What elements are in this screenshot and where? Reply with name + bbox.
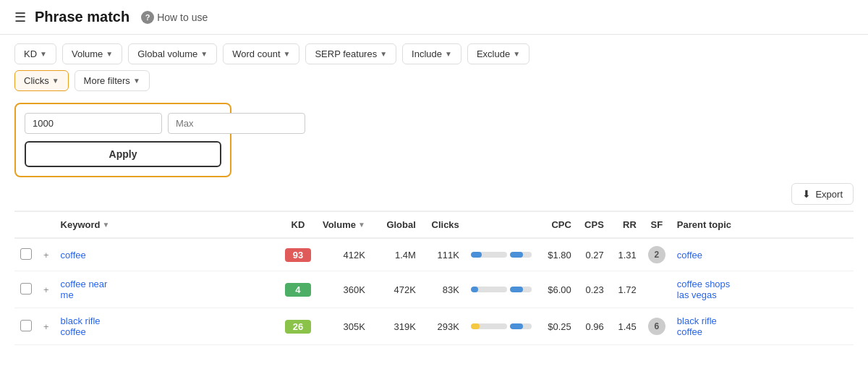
rr-col-header: RR — [610, 212, 642, 238]
parent-topic-link[interactable]: coffee — [677, 326, 848, 337]
row-checkbox[interactable] — [20, 248, 32, 260]
parent-topic-link[interactable]: las vegas — [677, 289, 848, 300]
table-row: + coffee 93 412K 1.4M 111K $1.80 0.27 1.… — [14, 238, 854, 271]
parent-topic-link[interactable]: coffee shops — [677, 279, 848, 289]
keyword-col-header[interactable]: Keyword ▼ — [55, 212, 279, 238]
clicks-popup: Apply — [14, 103, 231, 177]
cpc-cell: $1.80 — [537, 238, 577, 271]
sf-cell: 2 — [642, 238, 671, 271]
clicks-cell: 293K — [422, 308, 465, 345]
trend-bar — [471, 252, 532, 258]
chevron-down-icon: ▼ — [52, 77, 59, 85]
sf-badge: 2 — [648, 246, 665, 263]
chevron-down-icon: ▼ — [106, 50, 113, 58]
clicks-col-header: Clicks — [422, 212, 465, 238]
keyword-link[interactable]: black rifle — [61, 315, 273, 326]
keyword-link[interactable]: coffee near — [61, 279, 273, 289]
volume-col-header[interactable]: Volume ▼ — [317, 212, 371, 238]
keyword-cell: coffee nearme — [55, 271, 279, 308]
sort-icon: ▼ — [358, 221, 365, 229]
cpc-col-header: CPC — [537, 212, 577, 238]
more-filters-btn[interactable]: More filters ▼ — [75, 70, 150, 91]
keyword-link[interactable]: coffee — [61, 326, 273, 337]
rr-cell: 1.45 — [610, 308, 642, 345]
row-add-cell[interactable]: + — [38, 238, 55, 271]
sf-cell: 6 — [642, 308, 671, 345]
trend-bar — [471, 287, 532, 292]
volume-cell: 360K — [317, 271, 371, 308]
volume-cell: 305K — [317, 308, 371, 345]
page-wrapper: ☰ Phrase match ? How to use KD ▼ Volume … — [0, 0, 868, 377]
clicks-filter-btn[interactable]: Clicks ▼ — [14, 70, 69, 91]
keyword-link[interactable]: me — [61, 289, 273, 300]
table-header: Keyword ▼ KD Volume ▼ Global Clicks — [14, 212, 854, 238]
kd-cell: 26 — [279, 308, 317, 345]
row-checkbox[interactable] — [20, 320, 32, 331]
cps-cell: 0.27 — [577, 238, 610, 271]
sf-badge: 6 — [648, 318, 665, 335]
kd-badge: 4 — [285, 283, 311, 297]
global-volume-filter-btn[interactable]: Global volume ▼ — [128, 43, 217, 64]
chevron-down-icon: ▼ — [200, 50, 208, 58]
how-to-use-label: How to use — [157, 12, 208, 23]
word-count-filter-btn[interactable]: Word count ▼ — [223, 43, 299, 64]
kd-badge: 26 — [285, 320, 311, 334]
kd-filter-btn[interactable]: KD ▼ — [14, 43, 56, 64]
serp-features-filter-btn[interactable]: SERP features ▼ — [305, 43, 396, 64]
trend-bar — [471, 323, 532, 329]
row-add-cell[interactable]: + — [38, 271, 55, 308]
chevron-down-icon: ▼ — [380, 50, 387, 58]
chevron-down-icon: ▼ — [133, 77, 140, 85]
keywords-table: Keyword ▼ KD Volume ▼ Global Clicks — [14, 212, 854, 345]
table-body: + coffee 93 412K 1.4M 111K $1.80 0.27 1.… — [14, 238, 854, 345]
clicks-min-input[interactable] — [25, 113, 162, 134]
keyword-cell: coffee — [55, 238, 279, 271]
kd-cell: 4 — [279, 271, 317, 308]
filters-row1: KD ▼ Volume ▼ Global volume ▼ Word count… — [0, 35, 868, 70]
hamburger-icon[interactable]: ☰ — [14, 9, 26, 25]
keyword-cell: black riflecoffee — [55, 308, 279, 345]
how-to-use-link[interactable]: ? How to use — [141, 11, 208, 24]
kd-badge: 93 — [285, 248, 311, 262]
apply-button[interactable]: Apply — [25, 141, 221, 167]
trend-col-header — [465, 212, 537, 238]
row-checkbox[interactable] — [20, 283, 32, 295]
parent-topic-link[interactable]: coffee — [677, 250, 702, 260]
rr-cell: 1.72 — [610, 271, 642, 308]
volume-filter-btn[interactable]: Volume ▼ — [62, 43, 122, 64]
cps-cell: 0.23 — [577, 271, 610, 308]
exclude-filter-btn[interactable]: Exclude ▼ — [467, 43, 529, 64]
table-row: + coffee nearme 4 360K 472K 83K $6.00 0.… — [14, 271, 854, 308]
cpc-cell: $6.00 — [537, 271, 577, 308]
global-col-header: Global — [371, 212, 422, 238]
row-checkbox-cell — [14, 238, 38, 271]
sf-col-header: SF — [642, 212, 671, 238]
trend-cell — [465, 271, 537, 308]
global-cell: 1.4M — [371, 238, 422, 271]
help-icon: ? — [141, 11, 154, 24]
chevron-down-icon: ▼ — [513, 50, 520, 58]
row-checkbox-cell — [14, 308, 38, 345]
keyword-link[interactable]: coffee — [61, 250, 86, 260]
rr-cell: 1.31 — [610, 238, 642, 271]
clicks-max-input[interactable] — [168, 113, 305, 134]
chevron-down-icon: ▼ — [284, 50, 291, 58]
row-add-cell[interactable]: + — [38, 308, 55, 345]
parent-topic-cell: coffee shopslas vegas — [671, 271, 854, 308]
cps-cell: 0.96 — [577, 308, 610, 345]
parent-col-header: Parent topic — [671, 212, 854, 238]
cps-col-header: CPS — [577, 212, 610, 238]
checkbox-col-header — [14, 212, 38, 238]
table-area: ⬇ Export Keyword ▼ KD — [0, 177, 868, 345]
header: ☰ Phrase match ? How to use — [0, 0, 868, 35]
parent-topic-link[interactable]: black rifle — [677, 315, 848, 326]
table-header-row: ⬇ Export — [14, 177, 854, 212]
global-cell: 472K — [371, 271, 422, 308]
export-button[interactable]: ⬇ Export — [791, 183, 854, 205]
cpc-cell: $0.25 — [537, 308, 577, 345]
kd-col-header: KD — [279, 212, 317, 238]
trend-cell — [465, 238, 537, 271]
include-filter-btn[interactable]: Include ▼ — [402, 43, 461, 64]
clicks-cell: 83K — [422, 271, 465, 308]
chevron-down-icon: ▼ — [40, 50, 47, 58]
